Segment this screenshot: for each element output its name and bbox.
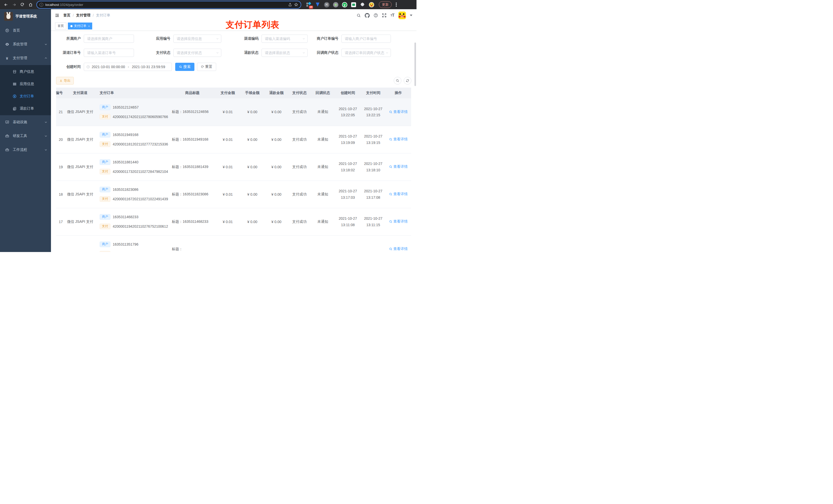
chevron-down-icon — [44, 43, 47, 46]
table-row[interactable]: 商户 1635311351796 支付 标题： 查看详情 — [56, 235, 411, 252]
view-detail-link[interactable]: 查看详情 — [389, 219, 408, 224]
view-detail-link[interactable]: 查看详情 — [389, 137, 408, 142]
site-info-icon[interactable]: i — [40, 3, 43, 7]
pay-tag: 支付 — [100, 114, 111, 120]
view-detail-link[interactable]: 查看详情 — [389, 247, 408, 251]
merchant-order-no: 1635312124657 — [113, 105, 139, 110]
refund-status-select[interactable] — [262, 49, 308, 57]
extension-kite-icon[interactable] — [315, 2, 320, 7]
merchant-order-no: 1635311949168 — [113, 133, 138, 137]
merchant-order-no-input[interactable] — [341, 34, 391, 43]
sidebar-item-refund-order[interactable]: 退款订单 — [0, 102, 51, 115]
browser-forward-button[interactable] — [11, 1, 18, 8]
table-row[interactable]: 21 微信 JSAPI 支付 商户 1635312124657 支付 42000… — [56, 98, 411, 126]
font-size-icon[interactable]: TT — [390, 13, 395, 18]
chevron-down-icon — [44, 148, 47, 151]
export-button[interactable]: 导出 — [56, 77, 74, 85]
extension-command-icon[interactable]: ⌘ — [324, 2, 329, 7]
view-detail-link[interactable]: 查看详情 — [389, 110, 408, 114]
shop-icon — [12, 70, 17, 74]
filter-merchant-order-no: 商户订单编号 — [308, 34, 391, 43]
filter-merchant: 所属商户 — [56, 34, 134, 43]
view-detail-link[interactable]: 查看详情 — [389, 164, 408, 169]
cell-notify-status — [311, 235, 335, 252]
browser-update-button[interactable]: 更新 — [379, 1, 392, 8]
pay-tag: 支付 — [100, 196, 111, 202]
notify-status-select[interactable] — [341, 49, 391, 57]
cell-pay-time: 2021-10-2713:11:15 — [361, 208, 385, 235]
sidebar-item-system[interactable]: 系统管理 — [0, 38, 51, 51]
profile-avatar-icon[interactable] — [368, 2, 374, 7]
pay-tag: 支付 — [100, 169, 111, 174]
pay-status-select[interactable] — [173, 49, 221, 57]
col-fee: 手续金额 — [240, 88, 265, 98]
browser-reload-button[interactable] — [19, 1, 26, 8]
extension-chat-icon[interactable] — [351, 2, 356, 7]
sidebar-toggle-icon[interactable] — [52, 11, 62, 20]
toggle-search-button[interactable] — [394, 77, 401, 85]
grid-icon — [12, 82, 17, 86]
sidebar-item-workflow[interactable]: 工作流程 — [0, 143, 51, 157]
tag-home[interactable]: 首页 — [55, 23, 66, 29]
channel-pay-no: 4200001174202110278060590766 — [113, 115, 168, 119]
cell-fee: ¥ 0.00 — [240, 208, 265, 235]
date-range-picker[interactable]: 2021-10-01 00:00:00 - 2021-10-31 23:59:5… — [84, 63, 172, 71]
tag-pay-order[interactable]: 支付订单 × — [68, 23, 92, 29]
sidebar-item-home[interactable]: 首页 — [0, 24, 51, 38]
sidebar-item-payment[interactable]: ¥ 支付管理 — [0, 51, 51, 65]
app-logo-row[interactable]: 芋道管理系统 — [0, 9, 51, 24]
table-row[interactable]: 19 微信 JSAPI 支付 商户 1635311881440 支付 42000… — [56, 153, 411, 181]
view-detail-link[interactable]: 查看详情 — [389, 192, 408, 196]
search-icon[interactable] — [357, 13, 361, 18]
breadcrumb-home[interactable]: 首页 — [63, 13, 70, 18]
sidebar-item-infrastructure[interactable]: 基础设施 — [0, 115, 51, 129]
col-channel: 支付渠道 — [63, 88, 98, 98]
extension-y-icon[interactable]: y — [342, 2, 347, 7]
sidebar-item-pay-order[interactable]: 支付订单 — [0, 90, 51, 102]
fullscreen-icon[interactable] — [382, 13, 386, 18]
share-icon[interactable] — [288, 3, 292, 7]
col-id: 编号 — [56, 88, 63, 98]
browser-home-button[interactable] — [27, 1, 34, 8]
clock-icon — [86, 65, 90, 69]
app-select-input[interactable] — [173, 34, 221, 43]
browser-menu-icon[interactable] — [396, 3, 397, 7]
user-avatar[interactable] — [398, 11, 406, 19]
table-row[interactable]: 18 微信 JSAPI 支付 商户 1635311823086 支付 42000… — [56, 181, 411, 208]
bookmark-star-icon[interactable] — [294, 3, 298, 7]
cell-refund: ¥ 0.00 — [265, 153, 288, 181]
sidebar-item-merchant-info[interactable]: 商户信息 — [0, 66, 51, 78]
channel-code-input[interactable] — [262, 34, 308, 43]
filter-refund-status: 退款状态 — [221, 49, 308, 57]
cell-refund — [265, 235, 288, 252]
github-icon[interactable] — [365, 13, 370, 18]
channel-order-no-input[interactable] — [84, 49, 134, 57]
breadcrumb-payment[interactable]: 支付管理 — [76, 13, 90, 18]
cell-pay-time: 2021-10-2713:17:08 — [361, 181, 385, 208]
extensions-puzzle-icon[interactable] — [360, 2, 365, 7]
cell-pay-time: 2021-10-2713:19:15 — [361, 126, 385, 153]
help-icon[interactable] — [374, 13, 378, 18]
address-bar[interactable]: i localhost:1024/pay/order — [37, 1, 301, 8]
merchant-select-input[interactable] — [84, 34, 134, 43]
col-order: 支付订单 — [98, 88, 169, 98]
channel-pay-no: 4200001173202110272847982104 — [113, 170, 168, 174]
filter-pay-status: 支付状态 — [134, 49, 221, 57]
cell-action: 查看详情 — [385, 208, 411, 235]
tag-close-icon[interactable]: × — [88, 25, 90, 28]
sidebar-item-dev-tools[interactable]: 研发工具 — [0, 129, 51, 143]
browser-back-button[interactable] — [3, 1, 9, 8]
avatar-caret-icon[interactable] — [410, 15, 412, 16]
search-button[interactable]: 搜索 — [175, 63, 194, 71]
table-row[interactable]: 17 微信 JSAPI 支付 商户 1635311468233 支付 42000… — [56, 208, 411, 235]
scrollbar-thumb[interactable] — [414, 43, 416, 86]
filter-channel-code: 渠道编码 — [221, 34, 308, 43]
pay-order-coin-icon — [12, 94, 17, 98]
reset-button[interactable]: 重置 — [197, 63, 216, 71]
refresh-table-button[interactable] — [404, 77, 411, 85]
sidebar-item-app-info[interactable]: 应用信息 — [0, 78, 51, 90]
extension-blocks-icon[interactable]: 10 — [306, 2, 311, 7]
table-row[interactable]: 20 微信 JSAPI 支付 商户 1635311949168 支付 42000… — [56, 126, 411, 153]
extension-record-icon[interactable] — [333, 2, 338, 7]
cell-action: 查看详情 — [385, 235, 411, 252]
